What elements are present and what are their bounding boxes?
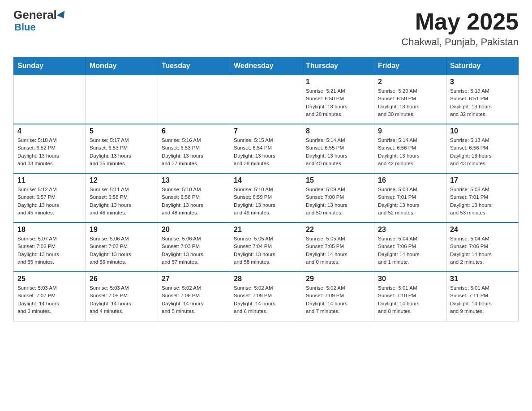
calendar-week-5: 25Sunrise: 5:03 AMSunset: 7:07 PMDayligh… xyxy=(14,272,519,321)
day-number: 8 xyxy=(306,127,370,135)
day-number: 19 xyxy=(90,226,154,234)
day-info: Sunrise: 5:01 AMSunset: 7:10 PMDaylight:… xyxy=(378,284,442,315)
calendar-week-1: 1Sunrise: 5:21 AMSunset: 6:50 PMDaylight… xyxy=(14,75,519,124)
calendar-cell: 21Sunrise: 5:05 AMSunset: 7:04 PMDayligh… xyxy=(230,223,302,272)
page-header: General Blue May 2025 Chakwal, Punjab, P… xyxy=(13,9,519,48)
calendar-cell: 29Sunrise: 5:02 AMSunset: 7:09 PMDayligh… xyxy=(302,272,374,321)
calendar-cell: 14Sunrise: 5:10 AMSunset: 6:59 PMDayligh… xyxy=(230,173,302,223)
calendar-cell: 10Sunrise: 5:13 AMSunset: 6:56 PMDayligh… xyxy=(446,124,519,173)
day-info: Sunrise: 5:18 AMSunset: 6:52 PMDaylight:… xyxy=(17,137,82,167)
day-info: Sunrise: 5:07 AMSunset: 7:02 PMDaylight:… xyxy=(17,235,82,266)
day-info: Sunrise: 5:17 AMSunset: 6:53 PMDaylight:… xyxy=(90,137,154,167)
calendar-header: SundayMondayTuesdayWednesdayThursdayFrid… xyxy=(14,57,519,75)
calendar-cell: 4Sunrise: 5:18 AMSunset: 6:52 PMDaylight… xyxy=(14,124,86,173)
day-of-week-monday: Monday xyxy=(86,57,158,75)
day-info: Sunrise: 5:02 AMSunset: 7:09 PMDaylight:… xyxy=(234,284,298,315)
day-of-week-saturday: Saturday xyxy=(446,57,519,75)
day-number: 29 xyxy=(306,275,370,283)
calendar-cell: 31Sunrise: 5:01 AMSunset: 7:11 PMDayligh… xyxy=(446,272,519,321)
calendar-cell: 15Sunrise: 5:09 AMSunset: 7:00 PMDayligh… xyxy=(302,173,374,223)
day-info: Sunrise: 5:03 AMSunset: 7:08 PMDaylight:… xyxy=(90,284,154,315)
day-info: Sunrise: 5:02 AMSunset: 7:09 PMDaylight:… xyxy=(306,284,370,315)
month-title: May 2025 xyxy=(401,9,519,34)
calendar-cell: 27Sunrise: 5:02 AMSunset: 7:08 PMDayligh… xyxy=(158,272,230,321)
calendar-cell: 25Sunrise: 5:03 AMSunset: 7:07 PMDayligh… xyxy=(14,272,86,321)
calendar-cell: 13Sunrise: 5:10 AMSunset: 6:58 PMDayligh… xyxy=(158,173,230,223)
calendar-cell: 30Sunrise: 5:01 AMSunset: 7:10 PMDayligh… xyxy=(374,272,446,321)
day-info: Sunrise: 5:19 AMSunset: 6:51 PMDaylight:… xyxy=(450,87,515,118)
calendar-cell: 20Sunrise: 5:06 AMSunset: 7:03 PMDayligh… xyxy=(158,223,230,272)
day-number: 4 xyxy=(17,127,82,135)
day-info: Sunrise: 5:12 AMSunset: 6:57 PMDaylight:… xyxy=(17,186,82,217)
day-of-week-sunday: Sunday xyxy=(14,57,86,75)
calendar-cell: 24Sunrise: 5:04 AMSunset: 7:06 PMDayligh… xyxy=(446,223,519,272)
title-block: May 2025 Chakwal, Punjab, Pakistan xyxy=(401,9,519,48)
logo-blue: Blue xyxy=(14,21,36,33)
day-number: 17 xyxy=(450,176,515,184)
day-info: Sunrise: 5:10 AMSunset: 6:59 PMDaylight:… xyxy=(234,186,298,217)
day-info: Sunrise: 5:04 AMSunset: 7:06 PMDaylight:… xyxy=(378,235,442,266)
day-number: 21 xyxy=(234,226,298,234)
calendar-cell: 3Sunrise: 5:19 AMSunset: 6:51 PMDaylight… xyxy=(446,75,519,124)
calendar-cell xyxy=(86,75,158,124)
calendar-cell xyxy=(230,75,302,124)
logo-text: General xyxy=(13,9,68,21)
day-info: Sunrise: 5:02 AMSunset: 7:08 PMDaylight:… xyxy=(162,284,226,315)
day-number: 11 xyxy=(17,176,82,184)
calendar-body: 1Sunrise: 5:21 AMSunset: 6:50 PMDaylight… xyxy=(14,75,519,321)
calendar-cell: 22Sunrise: 5:05 AMSunset: 7:05 PMDayligh… xyxy=(302,223,374,272)
day-info: Sunrise: 5:10 AMSunset: 6:58 PMDaylight:… xyxy=(162,186,226,217)
days-of-week-row: SundayMondayTuesdayWednesdayThursdayFrid… xyxy=(14,57,519,75)
day-number: 13 xyxy=(162,176,226,184)
day-info: Sunrise: 5:06 AMSunset: 7:03 PMDaylight:… xyxy=(90,235,154,266)
day-number: 3 xyxy=(450,78,515,86)
calendar-cell: 5Sunrise: 5:17 AMSunset: 6:53 PMDaylight… xyxy=(86,124,158,173)
calendar-cell xyxy=(158,75,230,124)
day-info: Sunrise: 5:14 AMSunset: 6:56 PMDaylight:… xyxy=(378,137,442,167)
day-number: 12 xyxy=(90,176,154,184)
day-info: Sunrise: 5:09 AMSunset: 7:00 PMDaylight:… xyxy=(306,186,370,217)
day-info: Sunrise: 5:06 AMSunset: 7:03 PMDaylight:… xyxy=(162,235,226,266)
calendar-cell xyxy=(14,75,86,124)
day-number: 14 xyxy=(234,176,298,184)
day-info: Sunrise: 5:20 AMSunset: 6:50 PMDaylight:… xyxy=(378,87,442,118)
calendar-cell: 17Sunrise: 5:08 AMSunset: 7:01 PMDayligh… xyxy=(446,173,519,223)
day-info: Sunrise: 5:08 AMSunset: 7:01 PMDaylight:… xyxy=(378,186,442,217)
day-info: Sunrise: 5:05 AMSunset: 7:04 PMDaylight:… xyxy=(234,235,298,266)
day-of-week-friday: Friday xyxy=(374,57,446,75)
calendar-cell: 26Sunrise: 5:03 AMSunset: 7:08 PMDayligh… xyxy=(86,272,158,321)
calendar-week-2: 4Sunrise: 5:18 AMSunset: 6:52 PMDaylight… xyxy=(14,124,519,173)
day-of-week-wednesday: Wednesday xyxy=(230,57,302,75)
day-number: 23 xyxy=(378,226,442,234)
day-info: Sunrise: 5:03 AMSunset: 7:07 PMDaylight:… xyxy=(17,284,82,315)
day-number: 28 xyxy=(234,275,298,283)
calendar-cell: 23Sunrise: 5:04 AMSunset: 7:06 PMDayligh… xyxy=(374,223,446,272)
calendar-cell: 16Sunrise: 5:08 AMSunset: 7:01 PMDayligh… xyxy=(374,173,446,223)
day-of-week-thursday: Thursday xyxy=(302,57,374,75)
day-number: 10 xyxy=(450,127,515,135)
calendar-cell: 9Sunrise: 5:14 AMSunset: 6:56 PMDaylight… xyxy=(374,124,446,173)
day-info: Sunrise: 5:21 AMSunset: 6:50 PMDaylight:… xyxy=(306,87,370,118)
calendar-week-4: 18Sunrise: 5:07 AMSunset: 7:02 PMDayligh… xyxy=(14,223,519,272)
calendar-table: SundayMondayTuesdayWednesdayThursdayFrid… xyxy=(13,57,519,321)
day-number: 1 xyxy=(306,78,370,86)
day-number: 7 xyxy=(234,127,298,135)
day-info: Sunrise: 5:04 AMSunset: 7:06 PMDaylight:… xyxy=(450,235,515,266)
day-number: 5 xyxy=(90,127,154,135)
day-number: 18 xyxy=(17,226,82,234)
day-info: Sunrise: 5:01 AMSunset: 7:11 PMDaylight:… xyxy=(450,284,515,315)
day-number: 26 xyxy=(90,275,154,283)
day-number: 15 xyxy=(306,176,370,184)
calendar-cell: 6Sunrise: 5:16 AMSunset: 6:53 PMDaylight… xyxy=(158,124,230,173)
day-number: 24 xyxy=(450,226,515,234)
logo-arrow-icon xyxy=(57,11,68,21)
calendar-cell: 7Sunrise: 5:15 AMSunset: 6:54 PMDaylight… xyxy=(230,124,302,173)
logo-general: General xyxy=(13,9,57,21)
location: Chakwal, Punjab, Pakistan xyxy=(401,36,519,48)
day-number: 25 xyxy=(17,275,82,283)
day-info: Sunrise: 5:13 AMSunset: 6:56 PMDaylight:… xyxy=(450,137,515,167)
calendar-cell: 18Sunrise: 5:07 AMSunset: 7:02 PMDayligh… xyxy=(14,223,86,272)
calendar-cell: 19Sunrise: 5:06 AMSunset: 7:03 PMDayligh… xyxy=(86,223,158,272)
day-info: Sunrise: 5:16 AMSunset: 6:53 PMDaylight:… xyxy=(162,137,226,167)
day-number: 6 xyxy=(162,127,226,135)
